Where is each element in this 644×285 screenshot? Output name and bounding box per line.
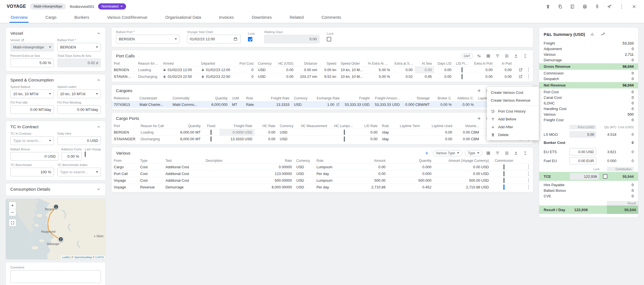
col-type[interactable]: Type [138,158,163,164]
cell-currency[interactable]: USD [256,67,275,73]
col-hc[interactable]: HC (USD) [275,61,296,67]
tab-various-cost-revenue[interactable]: Various Cost/Revenue [106,13,148,23]
cell-arrived[interactable]: 01/02/23 12:00 [161,67,199,73]
cell-broker-c[interactable]: 0.00 % [432,101,454,108]
hc-lumpsum-checkbox[interactable] [344,130,345,135]
copy-icon[interactable] [557,3,564,10]
cell-port[interactable]: STAVANGER [112,73,136,80]
col-freight-rate[interactable]: Freight Rate [263,95,292,101]
cell-port-cost[interactable]: 0 [237,73,255,80]
col-description[interactable]: Description [203,158,267,164]
cell-extra-in-port[interactable]: 0.00 [470,67,495,73]
fixed-checkbox[interactable] [210,136,212,142]
waiting-days-lock-checkbox[interactable] [327,37,331,41]
tab-bunkers[interactable]: Bunkers [73,13,90,23]
cell-in-port[interactable]: 0.00 [495,67,514,73]
tc-benchmark-field[interactable]: 100 % [10,168,54,176]
cell-departed[interactable]: 01/02/23 22:50 [199,73,237,80]
cell-text[interactable]: Additonal Cost [163,177,203,184]
cell-laytime-used[interactable]: 0.00 [428,136,454,142]
cell-amount-voyage-currency[interactable]: 2,710.88 USD [434,184,491,190]
cell-hc-measurement[interactable] [299,136,332,142]
ld-fixed-checkbox[interactable] [461,74,463,79]
cell-laytime-term[interactable] [398,136,428,142]
cell-text[interactable]: Additonal Cost [163,163,203,170]
voyage-start-date-field[interactable]: 01/02/23 12:00 [187,35,241,43]
download-icon[interactable] [513,53,519,59]
row-more-icon[interactable]: ⋮ [526,74,531,79]
col-port-cost[interactable]: Port Cost [237,61,255,67]
fixed-checkbox[interactable] [210,130,212,135]
cell-commodity[interactable]: Mabl Commo... [170,101,203,108]
cell-port[interactable]: BERGEN [112,67,136,73]
menu-icon[interactable] [503,150,510,156]
cell-in-port[interactable]: 0.00 [495,73,514,80]
cell-rate[interactable]: 123.00000 [267,170,294,177]
cell-rule[interactable]: Rate [244,101,263,108]
cell-speed-order[interactable]: 10 kn, 10 M... [338,67,366,73]
cell-quantity[interactable]: 0.000 [388,163,434,170]
col-hc-rate[interactable]: HC Rate [255,123,278,129]
col-speed-order[interactable]: Speed Order [338,61,366,67]
cell-speed[interactable]: 9.52 kn [319,73,338,80]
col-distance[interactable]: Distance [296,61,319,67]
ballast-port-field[interactable]: BERGEN [57,43,101,52]
cell-ld-rate[interactable]: 0.00 [357,136,380,142]
cell-quantity[interactable]: 0.452 [388,184,434,190]
col-currency[interactable]: Currency [256,61,275,67]
cell-pct-extra[interactable]: 5.00 % [366,73,392,80]
col-address-c[interactable]: Address C. [454,95,476,101]
cell-speed[interactable]: 0.00 kn [319,67,338,73]
cell-reason[interactable]: Discharging [136,73,161,80]
cell-laytime-term[interactable] [398,129,428,136]
col-commission[interactable]: Commission [491,158,517,164]
cell-port[interactable]: STAVANGER [112,136,138,142]
col-in-port[interactable]: In Port [495,61,514,67]
ballast-bonus-field[interactable]: 0 USD [10,152,58,161]
cell-exchange-rate[interactable]: 1.00 [311,101,342,108]
cell-hc[interactable]: 0.00 [275,73,296,80]
cell-rule[interactable]: Lumpsum [314,163,342,170]
col-ld-rate[interactable]: L/D Rate [357,123,380,129]
cell-type[interactable]: Cost [138,170,163,177]
col-freight-rate[interactable]: Freight Rate [219,123,255,129]
menu-item-create-various-cost[interactable]: Create Various Cost [487,88,539,96]
pin-icon[interactable] [594,3,600,10]
tab-related[interactable]: Related [288,13,305,23]
col-volume[interactable]: Volume... [454,123,481,129]
chevron-up-icon[interactable] [96,78,101,82]
cell-from[interactable]: Voyage [112,177,138,184]
col-days-ld[interactable]: Days L/D [434,61,454,67]
menu-item-delete[interactable]: Delete [487,131,539,139]
calendar-icon[interactable] [233,37,238,42]
col-speed[interactable]: Speed [319,61,338,67]
col-arrived[interactable]: Arrived [161,61,199,67]
row-more-icon[interactable]: ⋮ [526,185,531,190]
tab-invoices[interactable]: Invoices [218,13,235,23]
collapse-icon[interactable] [522,53,529,59]
cell-description[interactable] [203,170,267,177]
cell-rate[interactable]: 500.00000 [267,177,294,184]
ld-fixed-checkbox[interactable] [461,67,463,73]
type-filter[interactable]: Type [465,150,482,156]
cell-volume[interactable]: 0.00 CBM [454,136,481,142]
various-row[interactable]: Voyage Revenue Demurrage 6,000.00000 USD… [112,184,533,190]
cell-hc-rate[interactable]: 0.00 [255,136,278,142]
cell-currency[interactable]: USD [256,73,275,80]
col-departed[interactable]: Departed [199,61,237,67]
cell-description[interactable] [203,184,267,190]
col-from[interactable]: From [112,158,138,164]
cell-quantity[interactable]: 6,000.000 [203,101,230,108]
cell-speed-order[interactable]: 10 kn, 10 M... [338,73,366,80]
menu-item-port-cost-history[interactable]: Port Cost History [487,107,539,115]
col-laytime-used[interactable]: Laytime Used [428,123,454,129]
cell-reason[interactable]: Discharging [138,136,172,142]
cell-address-c[interactable]: 0.00 % [454,101,476,108]
col-counterpart[interactable]: Counterpart [137,95,170,101]
cell-type[interactable]: Cost [138,163,163,170]
cell-from[interactable]: Cargo [112,163,138,170]
print-icon[interactable] [581,3,588,10]
percent-extra-field[interactable]: 5.00 % [10,59,54,67]
collapse-icon[interactable] [522,150,529,156]
cell-arrived[interactable]: 01/02/23 22:50 [161,73,199,80]
